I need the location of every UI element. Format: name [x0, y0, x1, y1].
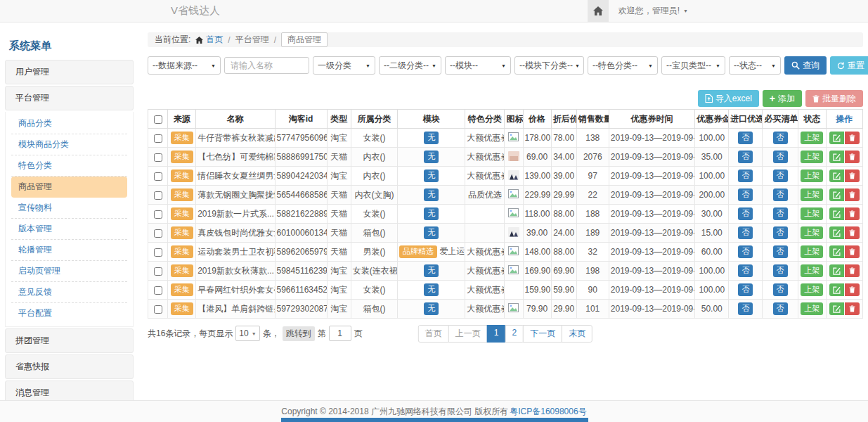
- breadcrumb-home-link[interactable]: 首页: [195, 34, 223, 46]
- status-button[interactable]: 上架: [801, 283, 823, 295]
- page-size-select[interactable]: 10 ▼: [235, 326, 259, 341]
- import-excel-button[interactable]: 导入excel: [698, 90, 759, 107]
- status-button[interactable]: 上架: [801, 151, 823, 162]
- edit-button[interactable]: [829, 245, 844, 258]
- user-menu[interactable]: 欢迎您，管理员! ▼: [609, 5, 692, 17]
- module-badge[interactable]: 无: [424, 170, 439, 181]
- page-2-button[interactable]: 2: [505, 325, 524, 343]
- module-badge[interactable]: 无: [424, 302, 439, 314]
- edit-button[interactable]: [829, 264, 844, 277]
- status-button[interactable]: 上架: [801, 226, 823, 238]
- row-checkbox[interactable]: [154, 210, 162, 219]
- jump-page-input[interactable]: [329, 326, 351, 341]
- reset-button[interactable]: 重置: [830, 56, 868, 75]
- row-checkbox[interactable]: [154, 191, 162, 200]
- imported-toggle[interactable]: 否: [738, 207, 753, 219]
- next-page-button[interactable]: 下一页: [523, 325, 562, 343]
- delete-button[interactable]: [845, 226, 860, 239]
- sidebar-item-goods-mgmt[interactable]: 商品管理: [11, 177, 127, 198]
- edit-button[interactable]: [829, 283, 844, 296]
- row-checkbox[interactable]: [154, 172, 162, 181]
- sidebar-item-promo-material[interactable]: 宣传物料: [11, 198, 127, 219]
- last-page-button[interactable]: 末页: [562, 325, 592, 343]
- must-buy-toggle[interactable]: 否: [773, 302, 788, 314]
- status-button[interactable]: 上架: [801, 245, 823, 257]
- sidebar-panel-user-mgmt[interactable]: 用户管理: [5, 60, 134, 84]
- status-button[interactable]: 上架: [801, 264, 823, 276]
- imported-toggle[interactable]: 否: [738, 170, 753, 181]
- sidebar-item-goods-category[interactable]: 商品分类: [11, 113, 127, 134]
- module-badge[interactable]: 无: [424, 283, 439, 295]
- module-badge[interactable]: 品牌精选: [399, 245, 437, 257]
- delete-button[interactable]: [845, 302, 860, 315]
- module-select[interactable]: --模块--▼: [445, 56, 511, 75]
- imported-toggle[interactable]: 否: [738, 151, 753, 162]
- edit-button[interactable]: [829, 132, 844, 144]
- row-checkbox[interactable]: [154, 229, 162, 238]
- status-button[interactable]: 上架: [801, 207, 823, 219]
- sidebar-panel-platform-mgmt[interactable]: 平台管理: [5, 86, 134, 110]
- module-badge[interactable]: 无: [424, 207, 439, 219]
- edit-button[interactable]: [829, 170, 844, 182]
- row-checkbox[interactable]: [154, 267, 162, 276]
- batch-delete-button[interactable]: 批量删除: [805, 90, 863, 107]
- imported-toggle[interactable]: 否: [738, 264, 753, 276]
- sidebar-item-feedback[interactable]: 意见反馈: [11, 282, 127, 303]
- module-badge[interactable]: 无: [424, 264, 439, 276]
- status-button[interactable]: 上架: [801, 302, 823, 314]
- status-button[interactable]: 上架: [801, 170, 823, 181]
- delete-button[interactable]: [845, 264, 860, 277]
- sidebar-panel-saving-news[interactable]: 省惠快报: [5, 354, 134, 379]
- row-checkbox[interactable]: [154, 286, 162, 295]
- sidebar-panel-group-buy-mgmt[interactable]: 拼团管理: [5, 328, 134, 353]
- sidebar-item-carousel-mgmt[interactable]: 轮播管理: [11, 240, 127, 261]
- module-badge[interactable]: 无: [424, 188, 439, 200]
- imported-toggle[interactable]: 否: [738, 132, 753, 143]
- edit-button[interactable]: [829, 151, 844, 163]
- module-badge[interactable]: 无: [424, 132, 439, 143]
- icp-link[interactable]: 粤ICP备16098006号: [510, 406, 586, 418]
- delete-button[interactable]: [845, 207, 860, 220]
- search-button[interactable]: 查询: [784, 56, 827, 75]
- delete-button[interactable]: [845, 188, 860, 201]
- delete-button[interactable]: [845, 283, 860, 296]
- delete-button[interactable]: [845, 245, 860, 258]
- feature-category-select[interactable]: --特色分类--▼: [588, 56, 658, 75]
- sidebar-item-module-goods-category[interactable]: 模块商品分类: [11, 134, 127, 155]
- level2-category-select[interactable]: --二级分类--▼: [379, 56, 441, 75]
- must-buy-toggle[interactable]: 否: [773, 151, 788, 162]
- sidebar-item-feature-category[interactable]: 特色分类: [11, 155, 127, 177]
- must-buy-toggle[interactable]: 否: [773, 170, 788, 181]
- status-button[interactable]: 上架: [801, 188, 823, 200]
- page-1-button[interactable]: 1: [487, 325, 506, 343]
- row-checkbox[interactable]: [154, 305, 162, 314]
- row-checkbox[interactable]: [154, 134, 162, 143]
- imported-toggle[interactable]: 否: [738, 188, 753, 200]
- must-buy-toggle[interactable]: 否: [773, 207, 788, 219]
- must-buy-toggle[interactable]: 否: [773, 264, 788, 276]
- name-search-input[interactable]: [224, 57, 309, 74]
- sidebar-item-version-mgmt[interactable]: 版本管理: [11, 219, 127, 240]
- imported-toggle[interactable]: 否: [738, 226, 753, 238]
- module-subcategory-select[interactable]: --模块下分类--▼: [514, 56, 584, 75]
- add-button[interactable]: + 添加: [763, 90, 802, 107]
- module-badge[interactable]: 无: [424, 151, 439, 162]
- data-source-select[interactable]: --数据来源--▼: [148, 56, 221, 75]
- home-button[interactable]: [588, 0, 609, 22]
- delete-button[interactable]: [845, 170, 860, 182]
- sidebar-panel-message-mgmt[interactable]: 消息管理: [5, 381, 134, 401]
- edit-button[interactable]: [829, 207, 844, 220]
- delete-button[interactable]: [845, 132, 860, 144]
- must-buy-toggle[interactable]: 否: [773, 188, 788, 200]
- row-checkbox[interactable]: [154, 153, 162, 162]
- edit-button[interactable]: [829, 302, 844, 315]
- level1-category-select[interactable]: 一级分类▼: [313, 56, 375, 75]
- must-buy-toggle[interactable]: 否: [773, 245, 788, 257]
- imported-toggle[interactable]: 否: [738, 245, 753, 257]
- select-all-checkbox[interactable]: [154, 115, 162, 124]
- imported-toggle[interactable]: 否: [738, 302, 753, 314]
- jump-to-label[interactable]: 跳转到: [283, 326, 315, 341]
- must-buy-toggle[interactable]: 否: [773, 226, 788, 238]
- row-checkbox[interactable]: [154, 248, 162, 257]
- must-buy-toggle[interactable]: 否: [773, 132, 788, 143]
